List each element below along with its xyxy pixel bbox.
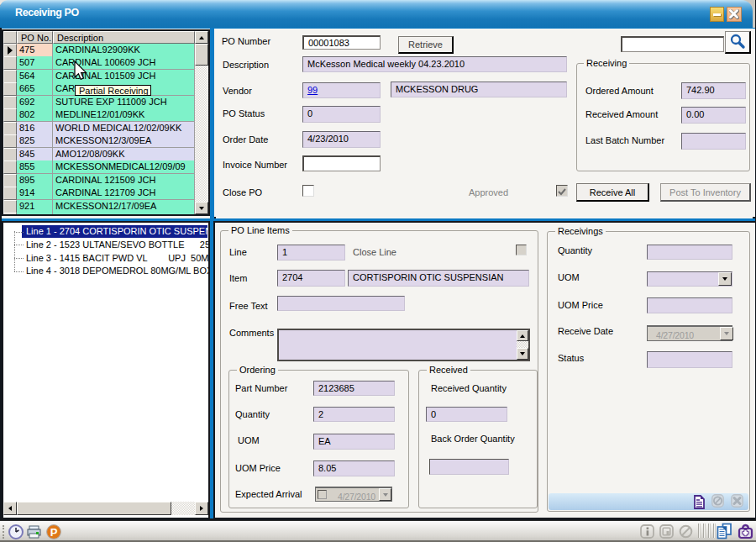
svg-text:P: P <box>50 526 58 539</box>
